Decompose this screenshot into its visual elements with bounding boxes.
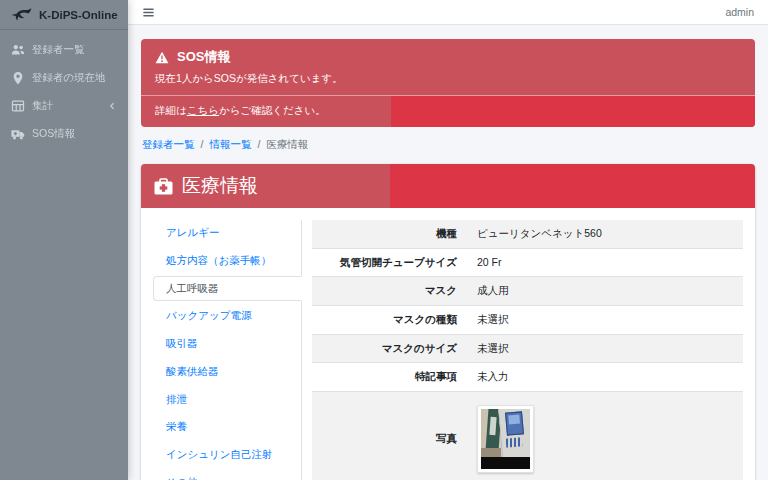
card-header: 医療情報 [141,164,755,208]
breadcrumb-link[interactable]: 情報一覧 [209,138,251,152]
topbar: admin [128,0,768,25]
content: SOS情報 現在1人からSOSが発信されています。 詳細はこちらからご確認くださ… [128,25,768,480]
detail-row: 機種ピューリタンベネット560 [312,220,743,248]
detail-label: マスクのサイズ [312,335,467,363]
sidebar-item-label: 登録者一覧 [32,43,117,57]
sidebar-item-registrants[interactable]: 登録者一覧 [0,36,128,64]
tab-oxygen-supply[interactable]: 酸素供給器 [153,359,301,385]
detail-value: 成人用 [467,277,743,305]
breadcrumb-separator: / [201,138,204,152]
tab-other[interactable]: その他 [153,470,301,480]
detail-value: 未選択 [467,335,743,363]
sidebar-item-label: 集計 [32,99,100,113]
medical-info-card: 医療情報 アレルギー処方内容（お薬手帳）人工呼吸器バックアップ電源吸引器酸素供給… [141,164,755,480]
sidebar-item-sos-info[interactable]: SOS情報 [0,120,128,148]
detail-row: マスクのサイズ未選択 [312,334,743,363]
detail-label: マスク [312,277,467,305]
tab-excretion[interactable]: 排泄 [153,387,301,413]
breadcrumb-link[interactable]: 登録者一覧 [142,138,195,152]
detail-value: 未入力 [467,363,743,391]
sos-detail-suffix: からご確認ください。 [219,104,326,116]
sidebar-item-label: SOS情報 [32,127,117,141]
tab-allergy[interactable]: アレルギー [153,220,301,246]
tab-list: アレルギー処方内容（お薬手帳）人工呼吸器バックアップ電源吸引器酸素供給器排泄栄養… [153,220,302,480]
sos-alert-title-text: SOS情報 [177,48,230,66]
sos-alert-message: 現在1人からSOSが発信されています。 [155,72,741,86]
detail-value [467,392,743,480]
table-icon [11,99,25,113]
card-body: アレルギー処方内容（お薬手帳）人工呼吸器バックアップ電源吸引器酸素供給器排泄栄養… [141,208,755,480]
ventilator-photo [481,409,530,469]
detail-label: 写真 [312,425,467,453]
detail-row: マスク成人用 [312,276,743,305]
ambulance-icon [11,127,25,141]
detail-label: 特記事項 [312,363,467,391]
breadcrumb-current: 医療情報 [266,138,308,152]
detail-label: 機種 [312,220,467,248]
detail-label: 気管切開チューブサイズ [312,249,467,277]
tab-suction[interactable]: 吸引器 [153,331,301,357]
detail-table: 機種ピューリタンベネット560気管切開チューブサイズ20 Frマスク成人用マスク… [312,220,743,480]
breadcrumb: 登録者一覧/情報一覧/医療情報 [142,138,754,152]
sidebar-nav: 登録者一覧登録者の現在地集計SOS情報 [0,30,128,154]
sidebar: K-DiPS-Online 登録者一覧登録者の現在地集計SOS情報 [0,0,128,480]
sidebar-item-label: 登録者の現在地 [32,71,117,85]
detail-value: 20 Fr [467,249,743,277]
brand-link[interactable]: K-DiPS-Online [0,0,128,30]
map-marker-icon [11,71,25,85]
sos-alert-title: SOS情報 [155,48,741,66]
tab-nutrition[interactable]: 栄養 [153,414,301,440]
tab-ventilator[interactable]: 人工呼吸器 [153,276,302,302]
detail-value: 未選択 [467,306,743,334]
detail-row: 特記事項未入力 [312,362,743,391]
main-area: admin SOS情報 現在1人からSOSが発信されています。 詳細はこちらから… [128,0,768,480]
sidebar-item-aggregate[interactable]: 集計 [0,92,128,120]
sidebar-item-registrant-location[interactable]: 登録者の現在地 [0,64,128,92]
sos-alert-detail: 詳細はこちらからご確認ください。 [141,96,755,127]
detail-row: マスクの種類未選択 [312,305,743,334]
detail-row: 気管切開チューブサイズ20 Fr [312,248,743,277]
tab-insulin[interactable]: インシュリン自己注射 [153,442,301,468]
page-title: 医療情報 [182,173,258,199]
sos-detail-prefix: 詳細は [155,104,187,116]
medkit-icon [154,178,173,195]
sos-alert: SOS情報 現在1人からSOSが発信されています。 詳細はこちらからご確認くださ… [141,39,755,127]
tab-backup-power[interactable]: バックアップ電源 [153,303,301,329]
detail-label: マスクの種類 [312,306,467,334]
warning-icon [155,51,169,64]
sos-alert-top: SOS情報 現在1人からSOSが発信されています。 [141,39,755,95]
photo-thumbnail[interactable] [477,405,534,473]
bird-logo-icon [10,7,32,23]
breadcrumb-separator: / [257,138,260,152]
detail-value: ピューリタンベネット560 [467,220,743,248]
detail-row: 写真 [312,391,743,480]
chevron-left-icon [107,101,117,111]
brand-label: K-DiPS-Online [39,9,118,21]
users-icon [11,43,25,57]
tab-prescription[interactable]: 処方内容（お薬手帳） [153,248,301,274]
sos-detail-link[interactable]: こちら [187,104,219,116]
user-menu[interactable]: admin [725,6,754,18]
menu-toggle-icon[interactable] [142,6,155,19]
